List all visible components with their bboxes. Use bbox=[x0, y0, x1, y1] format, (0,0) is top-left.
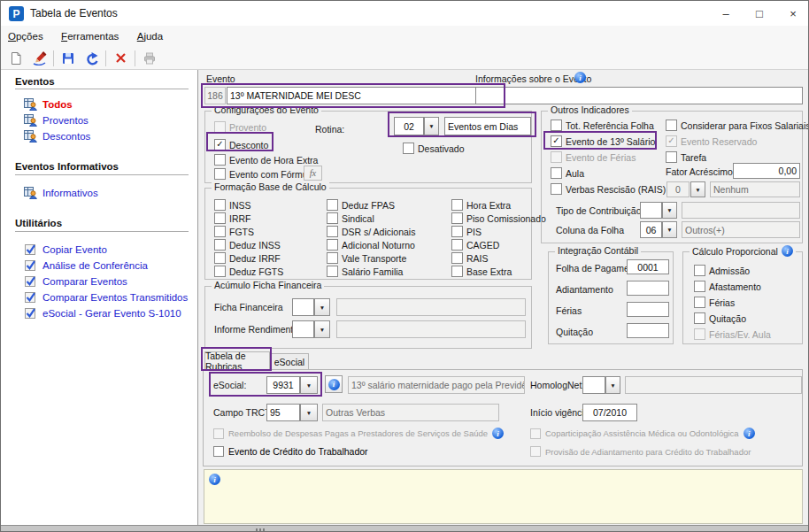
checkbox-box bbox=[327, 252, 338, 264]
esocial-info-button[interactable]: i bbox=[325, 375, 343, 393]
dropdown-arrow-icon[interactable]: ▼ bbox=[314, 320, 330, 338]
adicional-noturno-checkbox[interactable]: Adicional Noturno bbox=[327, 239, 415, 251]
dsr-checkbox[interactable]: DSR s/ Adicionais bbox=[327, 226, 415, 237]
info-icon[interactable]: i bbox=[492, 428, 504, 439]
checkbox-label: Evento de Crédito do Trabalhador bbox=[228, 446, 368, 457]
ferias-prop-checkbox[interactable]: Férias bbox=[694, 297, 735, 308]
dropdown-arrow-icon[interactable]: ▼ bbox=[424, 117, 439, 135]
irrf-checkbox[interactable]: IRRF bbox=[214, 212, 251, 224]
tab-esocial[interactable]: eSocial bbox=[270, 353, 309, 370]
checkbox-label: Deduz INSS bbox=[229, 240, 281, 251]
delete-icon[interactable] bbox=[109, 49, 132, 68]
verbas-rescisao-checkbox[interactable]: Verbas Rescisão (RAIS) bbox=[551, 183, 666, 195]
evento-13-salario-checkbox[interactable]: ✓Evento de 13º Salário bbox=[551, 135, 655, 147]
informe-rendimentos-label: Informe Rendimentos bbox=[214, 324, 303, 335]
campo-trct-descricao-field: Outras Verbas bbox=[322, 404, 499, 421]
sidebar-item-comparar-eventos[interactable]: Comparar Eventos bbox=[24, 274, 127, 288]
fator-acrescimo-field[interactable]: 0,00 bbox=[733, 163, 800, 179]
campo-trct-combo[interactable]: 95 bbox=[266, 404, 300, 421]
ferias-ev-aula-checkbox: Férias/Ev. Aula bbox=[694, 328, 771, 340]
dropdown-arrow-icon[interactable]: ▼ bbox=[314, 298, 330, 316]
deduz-irrf-checkbox[interactable]: Deduz IRRF bbox=[214, 252, 281, 264]
considerar-fixos-checkbox[interactable]: Considerar para Fixos Salariais bbox=[666, 120, 809, 131]
undo-icon[interactable] bbox=[80, 49, 103, 68]
menu-ajuda[interactable]: Ajuda bbox=[130, 29, 170, 43]
info-evento-field[interactable] bbox=[475, 87, 803, 104]
splitter-grip[interactable] bbox=[256, 528, 265, 531]
tipo-contribuicao-combo[interactable] bbox=[640, 202, 662, 219]
aula-checkbox[interactable]: Aula bbox=[551, 167, 584, 179]
dropdown-arrow-icon[interactable]: ▼ bbox=[662, 202, 677, 219]
deduz-fgts-checkbox[interactable]: Deduz FGTS bbox=[214, 266, 283, 277]
checkbox-box bbox=[214, 121, 226, 133]
maximize-button[interactable]: □ bbox=[744, 4, 774, 23]
sidebar-item-copiar-evento[interactable]: Copiar Evento bbox=[24, 243, 107, 256]
ferias-field[interactable] bbox=[627, 302, 669, 317]
sidebar-item-todos[interactable]: Todos bbox=[24, 97, 73, 111]
checkbox-label: Quitação bbox=[709, 313, 746, 324]
checkbox-label: Adicional Noturno bbox=[342, 240, 415, 251]
fx-button: fx bbox=[304, 166, 322, 181]
inss-checkbox[interactable]: INSS bbox=[214, 199, 251, 211]
dropdown-arrow-icon[interactable]: ▼ bbox=[662, 221, 677, 238]
edit-pencil-icon[interactable] bbox=[27, 49, 50, 68]
coluna-folha-combo[interactable]: 06 bbox=[640, 221, 662, 238]
info-icon[interactable]: i bbox=[574, 72, 586, 83]
groupbox-title: Outros Indicadores bbox=[548, 104, 632, 115]
hora-extra-checkbox[interactable]: Evento de Hora Extra bbox=[214, 154, 318, 166]
homolognet-combo[interactable] bbox=[582, 376, 605, 394]
tab-tabela-de-rubricas[interactable]: Tabela de Rubricas bbox=[204, 351, 270, 370]
sidebar-item-comparar-eventos-transmitidos[interactable]: Comparar Eventos Transmitidos bbox=[24, 290, 188, 304]
dropdown-arrow-icon[interactable]: ▼ bbox=[690, 181, 705, 197]
desconto-checkbox[interactable]: ✓ Desconto bbox=[214, 139, 268, 150]
deduz-fpas-checkbox[interactable]: Deduz FPAS bbox=[327, 199, 395, 211]
sidebar-item-descontos[interactable]: Descontos bbox=[24, 129, 90, 143]
quitacao-field[interactable] bbox=[627, 323, 669, 338]
sidebar-item-informativos[interactable]: Informativos bbox=[24, 186, 98, 199]
menu-ferramentas[interactable]: Ferramentas bbox=[54, 29, 126, 43]
formula-checkbox[interactable]: Evento com Fórmula bbox=[214, 168, 315, 180]
evento-credito-checkbox[interactable]: Evento de Crédito do Trabalhador bbox=[213, 446, 368, 457]
info-icon[interactable]: i bbox=[782, 245, 793, 257]
evento-ferias-checkbox: Evento de Férias bbox=[551, 151, 636, 163]
save-icon[interactable] bbox=[57, 49, 80, 68]
new-document-icon[interactable] bbox=[4, 49, 27, 68]
caged-checkbox[interactable]: CAGED bbox=[451, 239, 499, 251]
rais-checkbox[interactable]: RAIS bbox=[451, 252, 489, 264]
folha-pagamento-field[interactable]: 0001 bbox=[627, 259, 669, 274]
esocial-codigo-combo[interactable]: 9931 bbox=[266, 376, 300, 394]
inicio-vigencia-field[interactable]: 07/2010 bbox=[582, 404, 637, 421]
sindical-checkbox[interactable]: Sindical bbox=[327, 212, 374, 224]
close-button[interactable]: × bbox=[778, 4, 808, 23]
base-extra-checkbox[interactable]: Base Extra bbox=[451, 266, 512, 277]
vale-transporte-checkbox[interactable]: Vale Transporte bbox=[327, 252, 406, 264]
tot-referencia-folha-checkbox[interactable]: Tot. Referência Folha bbox=[551, 120, 654, 131]
dropdown-arrow-icon[interactable]: ▼ bbox=[300, 404, 318, 421]
afastamento-checkbox[interactable]: Afastamento bbox=[694, 281, 761, 292]
ficha-financeira-combo[interactable] bbox=[292, 298, 314, 316]
pis-checkbox[interactable]: PIS bbox=[451, 226, 482, 237]
deduz-inss-checkbox[interactable]: Deduz INSS bbox=[214, 239, 281, 251]
adiantamento-label: Adiantamento bbox=[556, 284, 613, 295]
info-icon[interactable]: i bbox=[744, 428, 755, 439]
piso-comissionado-checkbox[interactable]: Piso Comissionado bbox=[451, 212, 546, 224]
sidebar-item-analise-conferencia[interactable]: Análise de Conferência bbox=[24, 258, 148, 272]
adiantamento-field[interactable] bbox=[627, 281, 669, 296]
admissao-checkbox[interactable]: Admissão bbox=[694, 265, 750, 276]
dropdown-arrow-icon[interactable]: ▼ bbox=[605, 376, 620, 394]
hora-extra-base-checkbox[interactable]: Hora Extra bbox=[451, 199, 511, 211]
desativado-checkbox[interactable]: Desativado bbox=[403, 143, 465, 154]
tarefa-checkbox[interactable]: Tarefa bbox=[666, 151, 706, 163]
sidebar-item-esocial-gerar-s1010[interactable]: eSocial - Gerar Evento S-1010 bbox=[24, 306, 181, 320]
fgts-checkbox[interactable]: FGTS bbox=[214, 226, 254, 237]
dropdown-arrow-icon[interactable]: ▼ bbox=[300, 376, 318, 394]
informe-rendimentos-combo[interactable] bbox=[292, 320, 314, 338]
menu-opcoes[interactable]: Opções bbox=[1, 29, 50, 43]
sidebar-item-proventos[interactable]: Proventos bbox=[24, 113, 89, 127]
check-task-icon bbox=[24, 258, 37, 272]
evento-nome-field[interactable]: 13º MATERNIDADE MEI DESC bbox=[227, 87, 501, 104]
minimize-button[interactable]: – bbox=[711, 4, 741, 23]
quitacao-prop-checkbox[interactable]: Quitação bbox=[694, 312, 746, 324]
salario-familia-checkbox[interactable]: Salário Familia bbox=[327, 266, 403, 277]
rotina-codigo-combo[interactable]: 02 bbox=[394, 117, 424, 135]
